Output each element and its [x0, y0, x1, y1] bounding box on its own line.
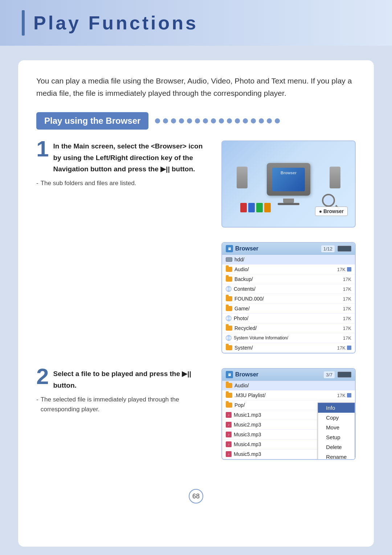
- list-item[interactable]: System Volume Information/ 17K: [222, 333, 355, 343]
- section-header: Play using the Browser: [36, 112, 356, 130]
- step-1-number: 1: [36, 140, 49, 160]
- music-icon: ♪: [226, 422, 232, 428]
- context-menu-copy[interactable]: Copy: [318, 413, 355, 423]
- list-item[interactable]: .M3U Playlist/ 17K: [222, 391, 355, 400]
- step-2-screenshot: 🖥 Browser 3/7: [221, 368, 356, 460]
- music-icon: ♪: [226, 412, 232, 418]
- music-icon: ♪: [226, 451, 232, 457]
- intro-text: You can play a media file using the Brow…: [36, 75, 356, 99]
- step-1-note: - The sub folders and files are listed.: [36, 178, 211, 188]
- dot-2: [163, 118, 168, 123]
- list-item[interactable]: Audio/ 17K: [222, 265, 355, 274]
- dot-3: [171, 118, 176, 123]
- cd-icon: [226, 335, 232, 341]
- speaker-left-icon: [237, 167, 248, 188]
- step-2-number: 2: [36, 368, 49, 388]
- folder-icon: [226, 267, 232, 272]
- step-2-instruction: Select a file to be played and press the…: [53, 368, 211, 391]
- dot-4: [179, 118, 184, 123]
- browser-list1-screenshot: 🖥 Browser 1/12: [221, 242, 356, 354]
- list-item[interactable]: Game/ 17K: [222, 304, 355, 314]
- dot-10: [227, 118, 232, 123]
- dot-9: [219, 118, 224, 123]
- context-menu-move[interactable]: Move: [318, 423, 355, 432]
- dot-15: [267, 118, 272, 123]
- folder-icon: [226, 345, 232, 350]
- step-1-content: 1 In the Main screen, select the <Browse…: [36, 140, 211, 188]
- dot-7: [203, 118, 208, 123]
- context-menu-setup[interactable]: Setup: [318, 432, 355, 442]
- context-menu-info[interactable]: Info: [318, 403, 355, 413]
- list-item[interactable]: Audio/: [222, 381, 355, 391]
- music-icon: ♪: [226, 441, 232, 447]
- context-menu-delete[interactable]: Delete: [318, 442, 355, 452]
- dot-5: [187, 118, 192, 123]
- browser-main-screenshot: Browser: [221, 140, 356, 228]
- tv-screen: Browser: [272, 168, 305, 191]
- dot-1: [155, 118, 160, 123]
- usb-icon-2: [338, 372, 351, 378]
- tv-icon: Browser: [267, 163, 310, 196]
- step-2-row: 2 Select a file to be played and press t…: [36, 368, 356, 460]
- hdd-icon: [226, 257, 232, 262]
- folder-icon: [226, 403, 232, 408]
- list-item[interactable]: FOUND.000/ 17K: [222, 294, 355, 304]
- scroll-indicator: [347, 393, 351, 397]
- file-list-wrapper: Audio/ .M3U Playlist/: [222, 381, 355, 459]
- step-1-row: 1 In the Main screen, select the <Browse…: [36, 140, 356, 228]
- magnifier-icon: [322, 194, 335, 207]
- cd-icon: [226, 315, 232, 321]
- books-icon: [240, 203, 271, 212]
- dot-12: [243, 118, 248, 123]
- browser-list2-count: 3/7: [324, 371, 335, 378]
- browser-list1-row: 🖥 Browser 1/12: [36, 242, 356, 354]
- file-list-1: hdd/ Audio/ 17K: [222, 255, 355, 353]
- scroll-down-icon: [347, 267, 351, 272]
- folder-icon: [226, 306, 232, 311]
- folder-icon: [226, 326, 232, 331]
- page-number: 68: [189, 489, 203, 503]
- browser-label: ● Browser: [315, 207, 348, 216]
- context-menu: Info Copy Move Setup Delete Rename New ▶: [318, 403, 355, 460]
- browser-list1-header: 🖥 Browser 1/12: [222, 243, 355, 255]
- content-area: You can play a media file using the Brow…: [18, 60, 374, 547]
- page-title: Play Functions: [33, 12, 198, 34]
- step-2-content: 2 Select a file to be played and press t…: [36, 368, 211, 414]
- step-1-instruction: In the Main screen, select the <Browser>…: [53, 140, 211, 175]
- dots-row: [155, 118, 356, 123]
- step-1-screenshot: Browser: [221, 140, 356, 228]
- header-accent-bar: [22, 10, 25, 36]
- folder-icon: [226, 393, 232, 398]
- step-2-note: - The selected file is immediately playe…: [36, 395, 211, 414]
- list-item[interactable]: Recycled/ 17K: [222, 323, 355, 333]
- list-item[interactable]: System/ 17K: [222, 343, 355, 353]
- folder-icon: [226, 383, 232, 388]
- steps-container: 1 In the Main screen, select the <Browse…: [36, 140, 356, 474]
- speaker-right-icon: [330, 167, 340, 188]
- dot-14: [259, 118, 264, 123]
- dot-6: [195, 118, 200, 123]
- scroll-down-icon: [347, 346, 351, 350]
- browser-list1-title: 🖥 Browser: [226, 245, 258, 252]
- folder-icon: [226, 296, 232, 301]
- dot-13: [251, 118, 256, 123]
- browser-list1-count: 1/12: [321, 245, 335, 252]
- context-menu-rename[interactable]: Rename: [318, 452, 355, 460]
- dot-11: [235, 118, 240, 123]
- dot-16: [275, 118, 280, 123]
- list-item[interactable]: Photo/ 17K: [222, 314, 355, 323]
- browser-list-2: 🖥 Browser 3/7: [221, 368, 356, 460]
- dot-8: [211, 118, 216, 123]
- list-item[interactable]: Contents/ 17K: [222, 284, 355, 294]
- list-item[interactable]: hdd/: [222, 255, 355, 265]
- page-number-area: 68: [36, 489, 356, 503]
- usb-icon: [338, 246, 351, 252]
- list-item[interactable]: Backup/ 17K: [222, 274, 355, 284]
- browser-icon-small: 🖥: [226, 245, 233, 252]
- section-title: Play using the Browser: [36, 112, 148, 130]
- folder-icon: [226, 277, 232, 282]
- page-header: Play Functions: [0, 0, 392, 46]
- page: Play Functions You can play a media file…: [0, 0, 392, 555]
- browser-icon-small-2: 🖥: [226, 371, 233, 378]
- cd-icon: [226, 286, 232, 292]
